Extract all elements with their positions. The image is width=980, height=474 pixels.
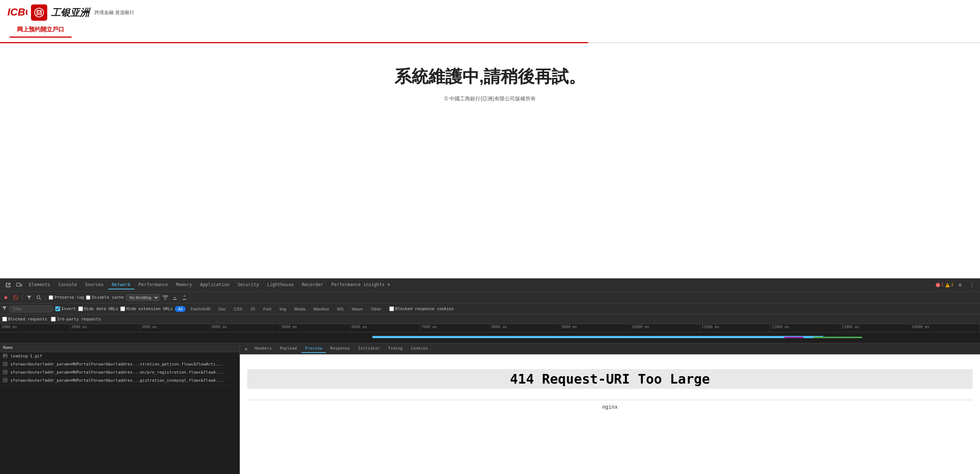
logo-area: ICBC 囧 工银亚洲 跨境金融 首选银行 [7, 5, 973, 21]
maintenance-title: 系統維護中,請稍後再試。 [7, 65, 973, 88]
copyright-text: © 中國工商銀行(亞洲)有限公司版權所有 [7, 96, 973, 102]
page-header: ICBC 囧 工银亚洲 跨境金融 首选银行 网上预约開立戶口 [0, 0, 980, 42]
bank-tagline: 跨境金融 首选银行 [94, 9, 134, 16]
svg-text:ICBC: ICBC [7, 6, 27, 18]
nav-link-register[interactable]: 网上预约開立戶口 [10, 23, 72, 38]
bank-icon: 囧 [31, 5, 47, 21]
main-content: 系統維護中,請稍後再試。 © 中國工商銀行(亞洲)有限公司版權所有 [0, 43, 980, 117]
icbc-logo-icon: ICBC [7, 5, 27, 20]
svg-text:囧: 囧 [36, 10, 42, 16]
bank-chinese-name: 工银亚洲 [51, 6, 89, 19]
main-page: ICBC 囧 工银亚洲 跨境金融 首选银行 网上预约開立戶口 系統維護中,請稍後… [0, 0, 980, 117]
